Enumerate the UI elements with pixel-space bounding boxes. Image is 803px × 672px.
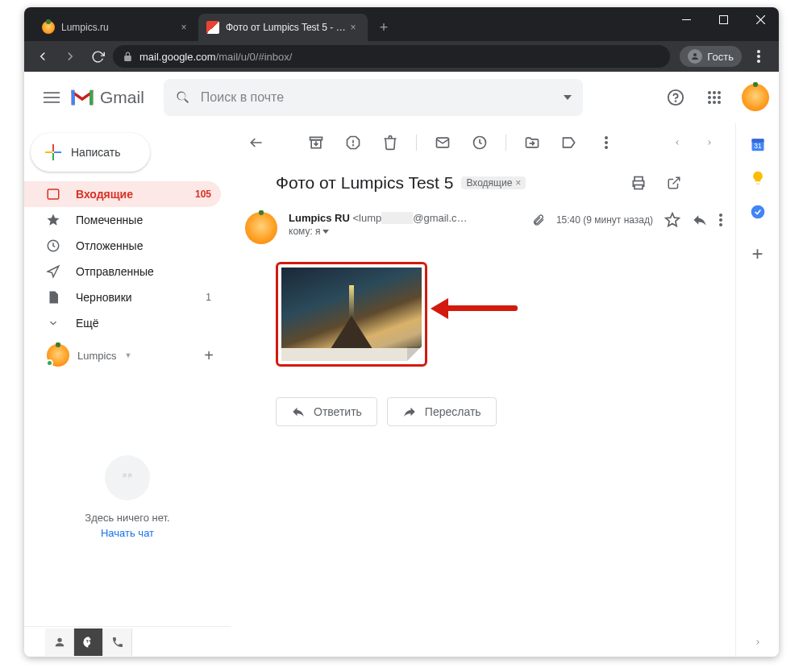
svg-point-7 xyxy=(757,60,760,63)
nav-reload-button[interactable] xyxy=(85,44,110,68)
remove-label-icon[interactable]: × xyxy=(515,177,521,189)
svg-point-45 xyxy=(719,223,722,226)
svg-rect-1 xyxy=(719,15,727,23)
tasks-addon-icon[interactable] xyxy=(750,204,766,220)
close-tab-icon[interactable]: × xyxy=(347,22,360,33)
sender-name: Lumpics RU xyxy=(289,212,350,224)
calendar-addon-icon[interactable]: 31 xyxy=(750,136,766,152)
send-icon xyxy=(45,264,61,279)
svg-point-44 xyxy=(719,218,722,222)
back-button[interactable] xyxy=(240,127,273,159)
keep-addon-icon[interactable] xyxy=(750,170,766,186)
search-icon xyxy=(175,89,191,106)
gmail-logo[interactable]: Gmail xyxy=(69,88,164,107)
sidebar-item-sent[interactable]: Отправленные xyxy=(24,259,221,284)
apps-button[interactable] xyxy=(698,81,730,114)
svg-line-42 xyxy=(673,177,680,184)
browser-tab-2[interactable]: Фото от Lumpics Test 5 - lumpfir × xyxy=(198,14,368,41)
svg-rect-10 xyxy=(44,102,60,103)
svg-point-16 xyxy=(713,91,716,94)
svg-point-49 xyxy=(751,205,764,219)
start-chat-link[interactable]: Начать чат xyxy=(24,527,231,539)
reply-button[interactable] xyxy=(692,212,708,228)
message-toolbar xyxy=(231,123,735,162)
hangouts-empty: Здесь ничего нет. Начать чат xyxy=(24,455,231,539)
svg-point-26 xyxy=(57,637,61,641)
reply-action-button[interactable]: Ответить xyxy=(276,397,377,426)
sidebar-item-drafts[interactable]: Черновики 1 xyxy=(24,284,221,310)
labels-button[interactable] xyxy=(553,127,585,159)
image-attachment[interactable] xyxy=(276,262,427,367)
svg-point-43 xyxy=(719,214,722,217)
archive-button[interactable] xyxy=(300,127,332,159)
prev-message-button[interactable] xyxy=(661,127,693,159)
guest-avatar-icon xyxy=(688,49,702,64)
hangouts-new-button[interactable]: + xyxy=(197,346,221,365)
delete-button[interactable] xyxy=(374,127,406,159)
snooze-button[interactable] xyxy=(464,127,496,159)
nav-back-button[interactable] xyxy=(31,44,55,68)
annotation-arrow xyxy=(445,305,518,311)
address-bar[interactable]: mail.google.com/mail/u/0/#inbox/ xyxy=(113,45,670,68)
hangouts-tabs xyxy=(24,626,231,657)
browser-menu-button[interactable] xyxy=(745,50,772,63)
sidebar-item-inbox[interactable]: Входящие 105 xyxy=(24,181,221,207)
svg-point-14 xyxy=(676,101,676,102)
calls-tab[interactable] xyxy=(103,628,132,656)
star-button[interactable] xyxy=(664,212,680,228)
get-addons-button[interactable]: + xyxy=(751,243,763,265)
window-minimize-button[interactable] xyxy=(668,7,705,31)
move-to-button[interactable] xyxy=(516,127,548,159)
attachment-thumbnail xyxy=(281,268,422,361)
hangouts-tab[interactable] xyxy=(74,628,103,656)
svg-point-33 xyxy=(353,145,354,146)
hangouts-profile[interactable]: Lumpics ▼ + xyxy=(24,344,231,367)
new-tab-button[interactable]: + xyxy=(372,16,395,39)
side-panel: 31 + xyxy=(735,123,779,657)
mark-unread-button[interactable] xyxy=(426,127,459,159)
tab-title: Lumpics.ru xyxy=(61,22,177,33)
collapse-sidepanel-button[interactable] xyxy=(754,636,762,649)
next-message-button[interactable] xyxy=(693,127,726,159)
new-window-button[interactable] xyxy=(658,167,690,199)
window-close-button[interactable] xyxy=(742,7,779,31)
sidebar-item-more[interactable]: Ещё xyxy=(24,310,221,336)
reply-icon xyxy=(291,404,306,419)
browser-tab-1[interactable]: Lumpics.ru × xyxy=(29,14,198,41)
sidebar-item-snoozed[interactable]: Отложенные xyxy=(24,233,221,259)
sidebar-item-starred[interactable]: Помеченные xyxy=(24,207,221,233)
svg-point-39 xyxy=(605,146,608,149)
account-avatar[interactable] xyxy=(742,84,769,111)
gmail-logo-icon xyxy=(69,88,95,107)
support-button[interactable] xyxy=(659,81,692,114)
chevron-down-icon: ▼ xyxy=(124,351,131,359)
search-input[interactable]: Поиск в почте xyxy=(164,79,583,116)
sender-email: <lumpxxxxxx@gmail.c… xyxy=(352,212,467,224)
print-button[interactable] xyxy=(622,167,655,199)
search-options-icon[interactable] xyxy=(564,95,572,100)
nav-forward-button[interactable] xyxy=(58,44,82,68)
recipient-row[interactable]: кому: я xyxy=(289,226,521,237)
contacts-tab[interactable] xyxy=(45,628,74,656)
window-maximize-button[interactable] xyxy=(705,7,742,31)
browser-titlebar: Lumpics.ru × Фото от Lumpics Test 5 - lu… xyxy=(24,7,779,41)
main-menu-button[interactable] xyxy=(34,89,69,106)
favicon-gmail xyxy=(206,21,219,34)
svg-rect-8 xyxy=(44,92,60,93)
label-chip[interactable]: Входящие× xyxy=(461,176,526,189)
profile-button[interactable]: Гость xyxy=(680,46,742,67)
svg-rect-40 xyxy=(634,177,643,181)
compose-plus-icon xyxy=(45,144,61,160)
more-actions-button[interactable] xyxy=(590,127,622,159)
compose-button[interactable]: Написать xyxy=(31,133,150,172)
url-text: mail.google.com/mail/u/0/#inbox/ xyxy=(139,51,292,63)
message-more-button[interactable] xyxy=(719,214,722,226)
chevron-down-icon xyxy=(45,317,61,329)
clock-icon xyxy=(45,239,61,253)
spam-button[interactable] xyxy=(337,127,369,159)
inbox-icon xyxy=(45,187,61,201)
sender-avatar xyxy=(245,212,277,244)
close-tab-icon[interactable]: × xyxy=(177,22,190,33)
svg-text:31: 31 xyxy=(754,142,762,150)
forward-action-button[interactable]: Переслать xyxy=(387,397,497,426)
